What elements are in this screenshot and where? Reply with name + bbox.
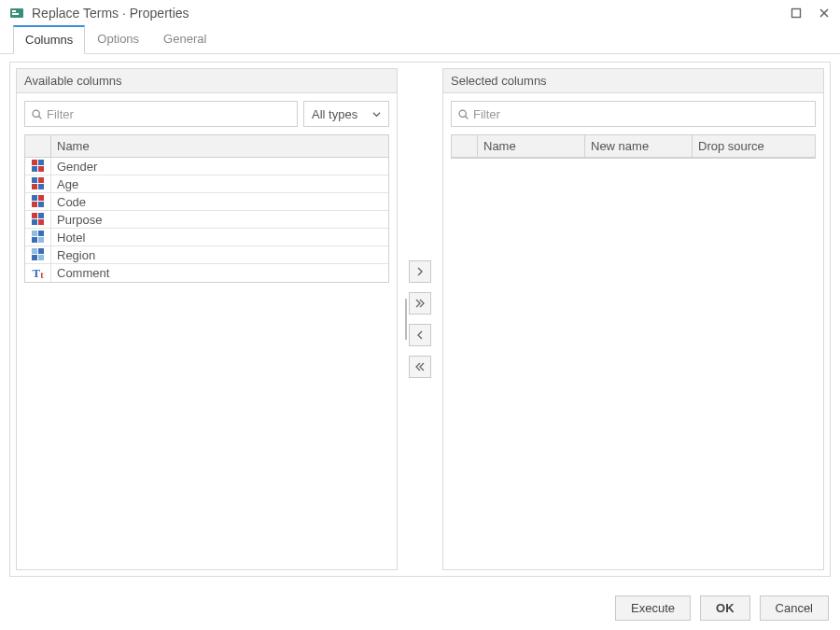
tab-label: Columns (25, 33, 73, 47)
column-type-icon (25, 193, 51, 210)
table-row[interactable]: Gender (25, 158, 388, 175)
double-chevron-left-icon (415, 362, 425, 371)
splitter-handle[interactable] (405, 299, 407, 340)
type-filter-select[interactable]: All types (303, 101, 389, 127)
tab-label: Options (97, 32, 139, 46)
table-row[interactable]: Age (25, 175, 388, 193)
table-row[interactable]: TComment (25, 264, 388, 282)
tabs: Columns Options General (0, 24, 840, 54)
chevron-down-icon (372, 110, 381, 119)
search-icon (31, 108, 43, 120)
table-row[interactable]: Region (25, 246, 388, 264)
available-table-head: Name (25, 135, 388, 158)
selected-table: Name New name Drop source (451, 134, 816, 159)
window-controls (790, 7, 831, 20)
column-name: Comment (51, 264, 388, 282)
cancel-label: Cancel (776, 601, 813, 615)
selected-header-new-name[interactable]: New name (585, 135, 693, 157)
svg-rect-2 (12, 13, 19, 15)
column-name: Age (51, 175, 388, 192)
cancel-button[interactable]: Cancel (760, 595, 829, 621)
svg-point-4 (33, 110, 39, 117)
selected-panel: Selected columns Name New name D (442, 68, 824, 570)
maximize-icon[interactable] (790, 7, 803, 20)
dialog-footer: Execute OK Cancel (0, 586, 840, 630)
selected-header-icon-col[interactable] (452, 135, 478, 157)
column-name: Hotel (51, 229, 388, 245)
table-row[interactable]: Purpose (25, 211, 388, 229)
column-name: Purpose (51, 211, 388, 228)
close-icon[interactable] (818, 7, 831, 20)
available-filter-wrap[interactable] (24, 101, 298, 127)
available-header-name[interactable]: Name (51, 135, 388, 157)
selected-filter-wrap[interactable] (451, 101, 816, 127)
ok-button[interactable]: OK (700, 595, 750, 621)
available-panel-title: Available columns (17, 69, 397, 93)
selected-table-head: Name New name Drop source (452, 135, 815, 158)
available-table: Name GenderAgeCodePurposeHotelRegionTCom… (24, 134, 389, 283)
column-name: Region (51, 246, 388, 263)
svg-point-5 (459, 110, 466, 117)
panels-container: Available columns All types (9, 62, 831, 577)
dialog-window: Replace Terms · Properties Columns Optio… (0, 0, 840, 630)
tab-general[interactable]: General (151, 25, 218, 54)
type-filter-label: All types (312, 107, 357, 121)
execute-label: Execute (631, 601, 675, 615)
column-type-icon (25, 158, 51, 175)
svg-rect-3 (792, 9, 801, 18)
available-panel: Available columns All types (16, 68, 398, 570)
move-right-button[interactable] (409, 260, 431, 283)
selected-header-drop-source[interactable]: Drop source (693, 135, 815, 157)
column-type-icon: T (25, 264, 51, 282)
selected-filter-input[interactable] (469, 104, 809, 125)
tab-columns[interactable]: Columns (13, 25, 85, 54)
svg-rect-1 (12, 10, 16, 12)
titlebar: Replace Terms · Properties (0, 0, 840, 24)
move-all-left-button[interactable] (409, 356, 431, 378)
chevron-right-icon (416, 267, 424, 276)
tab-options[interactable]: Options (85, 25, 151, 54)
content-area: Available columns All types (0, 54, 840, 586)
column-name: Code (51, 193, 388, 210)
available-header-icon-col[interactable] (25, 135, 51, 157)
column-name: Gender (51, 158, 388, 175)
app-icon (9, 6, 24, 21)
column-type-icon (25, 211, 51, 228)
move-all-right-button[interactable] (409, 292, 431, 315)
chevron-left-icon (416, 330, 424, 340)
column-type-icon (25, 246, 51, 263)
search-icon (457, 108, 469, 120)
tab-label: General (163, 32, 206, 46)
selected-panel-title: Selected columns (443, 69, 823, 93)
dialog-title: Replace Terms · Properties (32, 6, 189, 21)
double-chevron-right-icon (415, 299, 425, 308)
column-type-icon (25, 229, 51, 245)
move-left-button[interactable] (409, 324, 431, 346)
transfer-buttons (403, 63, 437, 576)
column-type-icon (25, 175, 51, 192)
table-row[interactable]: Hotel (25, 229, 388, 246)
ok-label: OK (716, 601, 735, 615)
table-row[interactable]: Code (25, 193, 388, 211)
selected-header-name[interactable]: Name (478, 135, 585, 157)
available-filter-input[interactable] (43, 104, 291, 125)
execute-button[interactable]: Execute (615, 595, 691, 621)
